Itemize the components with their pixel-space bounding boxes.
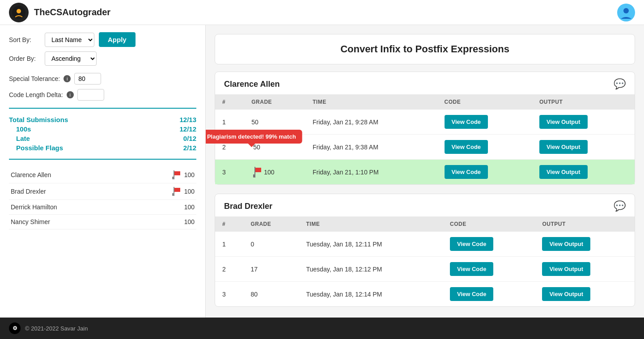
submission-time: Friday, Jan 21, 9:28 AM [305,110,437,135]
sort-by-row: Sort By: Last Name First Name Score Appl… [9,32,196,47]
view-output-button[interactable]: View Output [539,115,588,129]
submission-grade-cell: Plagiarism detected! 99% match 50 [244,135,305,160]
chat-icon[interactable]: 💬 [614,200,626,212]
special-tolerance-input[interactable] [74,73,101,85]
user-avatar[interactable] [617,4,635,21]
total-submissions-value: 12/13 [179,116,196,123]
view-output-button[interactable]: View Output [539,140,588,154]
student-card-header: Brad Drexler 💬 [215,194,635,216]
col-code: CODE [437,94,532,110]
submission-grade-cell: 0 [243,232,299,257]
svg-point-3 [623,8,629,13]
late-value: 0/12 [183,135,196,142]
submission-time: Friday, Jan 21, 9:38 AM [305,135,437,160]
main-layout: Sort By: Last Name First Name Score Appl… [0,25,644,318]
submission-grade: 50 [251,119,258,126]
submission-row: 2 Plagiarism detected! 99% match 50 Frid… [215,135,635,160]
sidebar-student-item[interactable]: Nancy Shimer 100 [9,215,196,229]
submission-num: 3 [215,282,243,307]
col-time: TIME [305,94,437,110]
possible-flags-value: 2/12 [183,144,196,152]
student-name: Brad Drexler [11,188,46,195]
submission-code-cell: View Code [443,282,535,307]
footer-copyright: © 2021-2022 Savar Jain [25,325,88,332]
view-output-button[interactable]: View Output [542,262,590,276]
submission-grade: 17 [250,266,258,273]
submissions-table: # GRADE TIME CODE OUTPUT 1 50 Friday [215,94,635,184]
student-right: 100 [171,187,195,196]
view-output-button[interactable]: View Output [542,237,590,251]
sidebar-student-item[interactable]: Brad Drexler 100 [9,183,196,200]
sort-by-select[interactable]: Last Name First Name Score [45,33,94,47]
student-name: Clarence Allen [11,171,51,178]
special-tolerance-info-icon[interactable]: i [64,75,71,82]
order-by-row: Order By: Ascending Descending [9,51,196,66]
col-code: CODE [443,216,535,232]
submissions-table: # GRADE TIME CODE OUTPUT 1 0 Tuesday [215,216,635,306]
plagiarism-tooltip: Plagiarism detected! 99% match [206,130,302,144]
submission-output-cell: View Output [535,257,635,282]
total-submissions-row: Total Submissions 12/13 [9,116,196,123]
sort-by-label: Sort By: [9,36,40,43]
submission-code-cell: View Code [437,160,532,185]
hundreds-label: 100s [9,125,31,133]
submission-grade: 0 [250,241,254,248]
submission-grade: 100 [264,169,274,176]
sidebar: Sort By: Last Name First Name Score Appl… [0,25,206,318]
submission-time: Tuesday, Jan 18, 12:12 PM [299,257,443,282]
student-score: 100 [184,203,195,211]
sidebar-student-item[interactable]: Derrick Hamilton 100 [9,200,196,215]
submission-grade-cell: 100 [244,160,305,185]
app-logo [9,3,29,22]
submissions-tbody: 1 0 Tuesday, Jan 18, 12:11 PM View Code … [215,232,635,306]
submission-num: 3 [215,160,244,185]
view-code-button[interactable]: View Code [450,287,494,301]
submission-output-cell: View Output [532,160,635,185]
assignment-title: Convert Infix to Postfix Expressions [224,43,626,55]
sidebar-student-item[interactable]: Clarence Allen 100 [9,167,196,183]
submission-code-cell: View Code [443,232,535,257]
code-length-delta-label: Code Length Delta: [9,91,63,98]
footer: ⚙ © 2021-2022 Savar Jain [0,318,644,339]
student-name: Nancy Shimer [11,218,50,225]
col-output: OUTPUT [532,94,635,110]
svg-point-1 [17,9,21,13]
submission-output-cell: View Output [532,110,635,135]
student-right: 100 [184,203,195,211]
late-row: Late 0/12 [9,135,196,142]
student-score: 100 [184,188,195,195]
student-score: 100 [184,218,195,225]
header: TheCSAutograder [0,0,644,25]
flag-icon [171,187,181,196]
possible-flags-label: Possible Flags [9,144,63,152]
late-label: Late [9,135,30,142]
header-left: TheCSAutograder [9,3,110,22]
student-card: Clarence Allen 💬 # GRADE TIME CODE OUTPU… [215,72,635,185]
view-code-button[interactable]: View Code [445,115,488,129]
code-length-delta-input[interactable] [77,89,104,101]
flag-icon [171,170,181,179]
view-output-button[interactable]: View Output [539,165,588,179]
submission-code-cell: View Code [437,135,532,160]
order-by-label: Order By: [9,55,40,62]
order-by-select[interactable]: Ascending Descending [45,51,97,66]
table-header-row: # GRADE TIME CODE OUTPUT [215,94,635,110]
view-code-button[interactable]: View Code [445,140,488,154]
student-right: 100 [171,170,195,179]
view-code-button[interactable]: View Code [450,262,494,276]
student-cards-container: Clarence Allen 💬 # GRADE TIME CODE OUTPU… [215,72,635,307]
submission-time: Tuesday, Jan 18, 12:14 PM [299,282,443,307]
view-code-button[interactable]: View Code [450,237,494,251]
student-card-name: Brad Drexler [224,202,272,211]
assignment-title-box: Convert Infix to Postfix Expressions [215,34,635,64]
apply-button[interactable]: Apply [99,32,136,47]
code-length-delta-info-icon[interactable]: i [67,91,74,98]
submission-time: Tuesday, Jan 18, 12:11 PM [299,232,443,257]
view-code-button[interactable]: View Code [445,165,488,179]
submission-grade-cell: 80 [243,282,299,307]
submission-num: 2 [215,257,243,282]
hundreds-value: 12/12 [179,125,196,133]
chat-icon[interactable]: 💬 [614,78,626,90]
view-output-button[interactable]: View Output [542,287,590,301]
submission-code-cell: View Code [437,110,532,135]
